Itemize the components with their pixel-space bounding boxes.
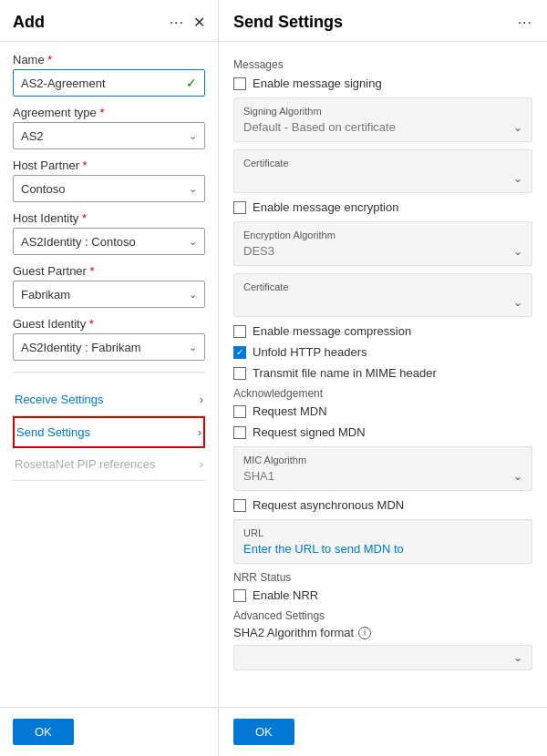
mic-algorithm-chevron-icon: ⌄ bbox=[513, 470, 522, 483]
agreement-type-label: Agreement type * bbox=[13, 106, 205, 119]
url-section: URL Enter the URL to send MDN to bbox=[233, 519, 532, 564]
agreement-type-value: AS2 bbox=[21, 129, 44, 143]
name-label: Name * bbox=[13, 53, 205, 66]
ellipsis-icon[interactable]: ··· bbox=[170, 15, 184, 31]
left-footer: OK bbox=[0, 707, 218, 756]
separator bbox=[13, 372, 205, 373]
enable-signing-row: Enable message signing bbox=[233, 77, 532, 90]
field-guest-partner: Guest Partner * Fabrikam ⌄ bbox=[13, 264, 205, 308]
enable-nrr-row: Enable NRR bbox=[233, 588, 532, 602]
transmit-file-row: Transmit file name in MIME header bbox=[233, 366, 532, 380]
signing-algorithm-select[interactable]: Default - Based on certificate ⌄ bbox=[243, 120, 522, 134]
signing-algorithm-value: Default - Based on certificate bbox=[243, 120, 396, 134]
left-panel-title: Add bbox=[13, 13, 45, 32]
encryption-algorithm-select[interactable]: DES3 ⌄ bbox=[243, 244, 522, 258]
agreement-type-input[interactable]: AS2 ⌄ bbox=[13, 122, 205, 149]
left-header-icons: ··· ✕ bbox=[170, 14, 205, 31]
close-icon[interactable]: ✕ bbox=[193, 14, 205, 31]
left-body: Name * AS2-Agreement ✓ Agreement type * … bbox=[0, 42, 218, 707]
host-identity-input[interactable]: AS2Identity : Contoso ⌄ bbox=[13, 228, 205, 255]
url-label: URL bbox=[243, 527, 522, 538]
signing-algorithm-section: Signing Algorithm Default - Based on cer… bbox=[233, 97, 532, 142]
encryption-cert-section: Certificate ⌄ bbox=[233, 273, 532, 317]
guest-partner-chevron-icon: ⌄ bbox=[189, 289, 197, 301]
request-signed-mdn-row: Request signed MDN bbox=[233, 425, 532, 439]
guest-identity-value: AS2Identity : Fabrikam bbox=[21, 341, 141, 354]
signing-algorithm-chevron-icon: ⌄ bbox=[513, 121, 522, 134]
right-panel-title: Send Settings bbox=[233, 13, 343, 32]
signing-algorithm-label: Signing Algorithm bbox=[243, 106, 522, 117]
receive-settings-label: Receive Settings bbox=[15, 393, 104, 406]
nav-send-settings[interactable]: Send Settings › bbox=[13, 416, 205, 448]
left-header: Add ··· ✕ bbox=[0, 0, 218, 42]
host-identity-value: AS2Identity : Contoso bbox=[21, 235, 136, 249]
name-input[interactable]: AS2-Agreement ✓ bbox=[13, 69, 205, 97]
send-settings-chevron-icon: › bbox=[198, 425, 201, 439]
right-ellipsis-icon[interactable]: ··· bbox=[518, 15, 532, 31]
signing-cert-section: Certificate ⌄ bbox=[233, 149, 532, 193]
encryption-algorithm-section: Encryption Algorithm DES3 ⌄ bbox=[233, 221, 532, 266]
enable-nrr-checkbox[interactable] bbox=[233, 589, 246, 602]
messages-section-label: Messages bbox=[233, 58, 532, 71]
guest-identity-label: Guest Identity * bbox=[13, 317, 205, 331]
host-partner-value: Contoso bbox=[21, 182, 65, 196]
unfold-http-checkbox[interactable] bbox=[233, 346, 246, 359]
transmit-file-label: Transmit file name in MIME header bbox=[253, 366, 437, 380]
nrr-status-label: NRR Status bbox=[233, 571, 532, 584]
request-mdn-label: Request MDN bbox=[253, 404, 327, 418]
enable-encryption-label: Enable message encryption bbox=[253, 200, 398, 214]
host-identity-chevron-icon: ⌄ bbox=[189, 236, 197, 248]
guest-partner-label: Guest Partner * bbox=[13, 264, 205, 278]
left-ok-button[interactable]: OK bbox=[13, 719, 74, 745]
encryption-algorithm-value: DES3 bbox=[243, 244, 274, 258]
request-async-mdn-checkbox[interactable] bbox=[233, 499, 246, 512]
encryption-cert-label: Certificate bbox=[243, 281, 522, 292]
send-settings-label: Send Settings bbox=[16, 425, 90, 439]
signing-cert-select[interactable]: ⌄ bbox=[243, 172, 522, 185]
rosettanet-label: RosettaNet PIP references bbox=[15, 457, 155, 471]
encryption-algorithm-chevron-icon: ⌄ bbox=[513, 245, 522, 258]
enable-compression-checkbox[interactable] bbox=[233, 325, 246, 338]
info-icon: i bbox=[358, 627, 371, 639]
guest-identity-input[interactable]: AS2Identity : Fabrikam ⌄ bbox=[13, 333, 205, 361]
nav-receive-settings[interactable]: Receive Settings › bbox=[13, 383, 205, 416]
enable-compression-row: Enable message compression bbox=[233, 324, 532, 338]
enable-signing-checkbox[interactable] bbox=[233, 77, 246, 90]
sha2-algorithm-chevron-icon: ⌄ bbox=[513, 651, 522, 664]
transmit-file-checkbox[interactable] bbox=[233, 367, 246, 380]
field-host-identity: Host Identity * AS2Identity : Contoso ⌄ bbox=[13, 211, 205, 255]
rosettanet-chevron-icon: › bbox=[200, 457, 203, 471]
enable-encryption-checkbox[interactable] bbox=[233, 201, 246, 214]
mic-algorithm-select[interactable]: SHA1 ⌄ bbox=[243, 469, 522, 483]
enable-signing-label: Enable message signing bbox=[253, 77, 382, 90]
field-guest-identity: Guest Identity * AS2Identity : Fabrikam … bbox=[13, 317, 205, 361]
right-footer: OK bbox=[219, 707, 547, 756]
check-icon: ✓ bbox=[186, 76, 197, 90]
advanced-settings-label: Advanced Settings bbox=[233, 609, 532, 622]
agreement-type-chevron-icon: ⌄ bbox=[189, 130, 197, 142]
field-agreement-type: Agreement type * AS2 ⌄ bbox=[13, 106, 205, 149]
mic-algorithm-label: MIC Algorithm bbox=[243, 455, 522, 465]
unfold-http-row: Unfold HTTP headers bbox=[233, 345, 532, 359]
field-name: Name * AS2-Agreement ✓ bbox=[13, 53, 205, 97]
nav-rosettanet[interactable]: RosettaNet PIP references › bbox=[13, 448, 205, 481]
url-placeholder[interactable]: Enter the URL to send MDN to bbox=[243, 542, 404, 556]
request-mdn-checkbox[interactable] bbox=[233, 405, 246, 418]
unfold-http-label: Unfold HTTP headers bbox=[253, 345, 367, 359]
encryption-cert-chevron-icon: ⌄ bbox=[513, 296, 522, 309]
right-ok-button[interactable]: OK bbox=[233, 719, 294, 745]
host-partner-chevron-icon: ⌄ bbox=[189, 183, 197, 195]
guest-partner-input[interactable]: Fabrikam ⌄ bbox=[13, 281, 205, 308]
field-host-partner: Host Partner * Contoso ⌄ bbox=[13, 158, 205, 202]
encryption-cert-select[interactable]: ⌄ bbox=[243, 296, 522, 309]
acknowledgement-label: Acknowledgement bbox=[233, 387, 532, 400]
sha2-algorithm-row: SHA2 Algorithm format i bbox=[233, 626, 532, 639]
sha2-algorithm-label: SHA2 Algorithm format bbox=[233, 626, 354, 639]
request-async-mdn-row: Request asynchronous MDN bbox=[233, 498, 532, 512]
right-body: Messages Enable message signing Signing … bbox=[219, 42, 547, 707]
host-partner-input[interactable]: Contoso ⌄ bbox=[13, 175, 205, 202]
request-signed-mdn-checkbox[interactable] bbox=[233, 426, 246, 439]
sha2-algorithm-select[interactable]: ⌄ bbox=[233, 645, 532, 670]
guest-identity-chevron-icon: ⌄ bbox=[189, 342, 197, 353]
signing-cert-label: Certificate bbox=[243, 158, 522, 169]
